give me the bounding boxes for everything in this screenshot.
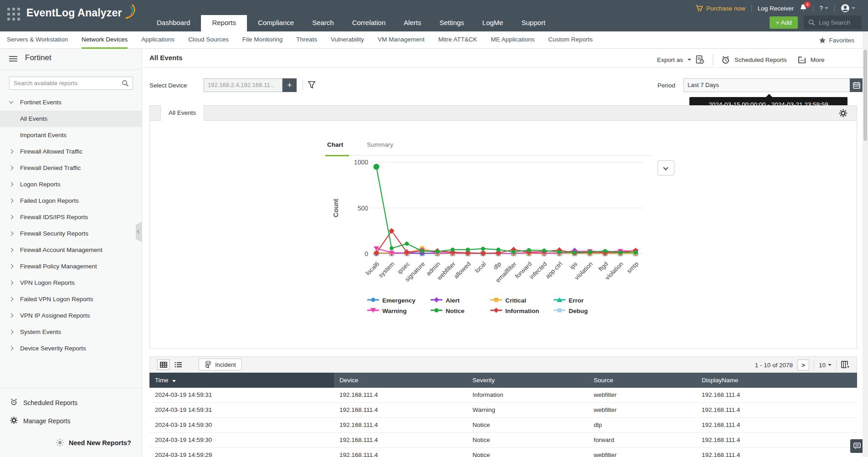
cell-severity: Notice xyxy=(467,418,588,432)
column-header-severity[interactable]: Severity xyxy=(467,373,588,388)
sidebar-item-system-events[interactable]: System Events xyxy=(0,324,142,340)
legend-item-information[interactable]: Information xyxy=(490,307,554,315)
legend-item-emergency[interactable]: Emergency xyxy=(367,297,431,305)
column-header-source[interactable]: Source xyxy=(588,373,696,388)
sidebar-item-fortinet-events[interactable]: Fortinet Events xyxy=(0,94,142,111)
favorites-button[interactable]: Favorites xyxy=(819,31,854,49)
table-row[interactable]: 2024-03-19 14:59:30192.168.111.4Noticefo… xyxy=(149,433,857,448)
subnav-item-cloud-sources[interactable]: Cloud Sources xyxy=(188,31,229,49)
chevron-left-icon xyxy=(137,230,141,233)
purchase-now-link[interactable]: Purchase now xyxy=(695,5,745,12)
need-new-reports-link[interactable]: Need New Reports? xyxy=(56,438,131,447)
sidebar-item-device-severity-reports[interactable]: Device Severity Reports xyxy=(0,340,142,357)
nav-item-search[interactable]: Search xyxy=(312,15,334,31)
nav-item-settings[interactable]: Settings xyxy=(439,15,464,31)
sidebar-item-firewall-ids-ips-reports[interactable]: Firewall IDS/IPS Reports xyxy=(0,209,142,226)
page-title: All Events xyxy=(149,54,183,62)
chat-feedback-button[interactable] xyxy=(850,439,864,453)
severity-line-chart[interactable]: 05001000Countlocal6systemipsecsignaturea… xyxy=(332,155,669,292)
sidebar-item-all-events[interactable]: All Events xyxy=(0,111,142,127)
nav-item-compliance[interactable]: Compliance xyxy=(258,15,294,31)
sidebar-footer-manage-reports[interactable]: Manage Reports xyxy=(0,412,142,430)
log-receiver-link[interactable]: Log Receiver xyxy=(758,5,794,12)
account-menu[interactable] xyxy=(841,4,855,13)
apps-grid-icon[interactable] xyxy=(7,8,21,21)
sidebar-item-logon-reports[interactable]: Logon Reports xyxy=(0,176,142,193)
scrollbar-thumb[interactable] xyxy=(863,50,867,141)
chevron-down-icon xyxy=(688,59,691,61)
page-size-dropdown[interactable]: 10 xyxy=(819,362,832,369)
grid-view-button[interactable] xyxy=(157,359,169,370)
list-view-button[interactable] xyxy=(172,359,184,370)
subnav-item-mitre-att-ck[interactable]: Mitre ATT&CK xyxy=(438,31,477,49)
tab-chart[interactable]: Chart xyxy=(327,141,343,153)
add-button[interactable]: + Add xyxy=(770,16,798,29)
nav-item-correlation[interactable]: Correlation xyxy=(352,15,385,31)
device-add-button[interactable]: + xyxy=(282,78,297,92)
legend-item-alert[interactable]: Alert xyxy=(431,297,490,305)
subnav-item-me-applications[interactable]: ME Applications xyxy=(491,31,534,49)
export-as-button[interactable]: Export as xyxy=(657,56,683,63)
filter-icon[interactable] xyxy=(308,81,315,89)
subnav-item-threats[interactable]: Threats xyxy=(296,31,317,49)
subnav-item-network-devices[interactable]: Network Devices xyxy=(82,31,128,49)
nav-item-reports[interactable]: Reports xyxy=(201,15,247,31)
scheduled-reports-button[interactable]: Scheduled Reports xyxy=(734,56,787,63)
nav-item-support[interactable]: Support xyxy=(521,15,545,31)
hamburger-menu-icon[interactable] xyxy=(9,56,17,62)
sidebar-collapse-handle[interactable] xyxy=(136,221,142,242)
sidebar-item-firewall-policy-management[interactable]: Firewall Policy Management xyxy=(0,258,142,275)
more-button[interactable]: More xyxy=(811,56,825,63)
sidebar-item-firewall-account-management[interactable]: Firewall Account Management xyxy=(0,242,142,258)
sidebar-item-vpn-ip-assigned-reports[interactable]: VPN IP Assigned Reports xyxy=(0,308,142,324)
column-header-time[interactable]: Time xyxy=(149,373,334,388)
legend-item-debug[interactable]: Debug xyxy=(554,307,588,315)
subnav-item-vm-management[interactable]: VM Management xyxy=(378,31,425,49)
report-tree: Fortinet EventsAll EventsImportant Event… xyxy=(0,94,142,357)
gear-icon[interactable] xyxy=(839,109,847,118)
next-page-button[interactable]: > xyxy=(797,359,809,370)
sidebar-item-firewall-allowed-traffic[interactable]: Firewall Allowed Traffic xyxy=(0,144,142,160)
subnav-item-custom-reports[interactable]: Custom Reports xyxy=(548,31,593,49)
help-menu[interactable]: ? xyxy=(819,5,828,12)
sidebar-item-firewall-security-reports[interactable]: Firewall Security Reports xyxy=(0,226,142,242)
legend-item-critical[interactable]: Critical xyxy=(490,297,554,305)
vertical-scrollbar[interactable] xyxy=(863,31,868,457)
add-column-icon[interactable] xyxy=(841,361,850,369)
subnav-item-servers-workstation[interactable]: Servers & Workstation xyxy=(7,31,68,49)
column-header-device[interactable]: Device xyxy=(334,373,467,388)
legend-item-error[interactable]: Error xyxy=(554,297,584,305)
legend-item-warning[interactable]: Warning xyxy=(367,307,431,315)
nav-item-logme[interactable]: LogMe xyxy=(483,15,503,31)
tab-all-events[interactable]: All Events xyxy=(160,105,204,121)
subnav-item-applications[interactable]: Applications xyxy=(141,31,175,49)
chevron-down-icon xyxy=(825,7,828,9)
notifications-bell-icon[interactable]: 5 xyxy=(800,4,807,13)
subnav-item-file-monitoring[interactable]: File Monitoring xyxy=(242,31,283,49)
tab-summary[interactable]: Summary xyxy=(367,141,393,153)
subnav-item-vulnerability[interactable]: Vulnerability xyxy=(331,31,364,49)
sidebar-item-failed-vpn-logon-reports[interactable]: Failed VPN Logon Reports xyxy=(0,291,142,308)
sidebar-item-vpn-logon-reports[interactable]: VPN Logon Reports xyxy=(0,275,142,291)
incident-button[interactable]: Incident xyxy=(199,359,242,370)
table-row[interactable]: 2024-03-19 14:59:31192.168.111.4Informat… xyxy=(149,388,857,403)
sidebar-item-failed-logon-reports[interactable]: Failed Logon Reports xyxy=(0,193,142,209)
log-search-input[interactable]: Log Search xyxy=(804,15,862,29)
report-search-input[interactable] xyxy=(9,77,133,90)
table-row[interactable]: 2024-03-19 14:59:29192.168.111.4Noticewe… xyxy=(149,448,857,457)
period-input[interactable]: Last 7 Days xyxy=(683,78,863,92)
sidebar-footer-scheduled-reports[interactable]: Scheduled Reports xyxy=(0,394,142,412)
sidebar-item-important-events[interactable]: Important Events xyxy=(0,127,142,144)
column-header-displayname[interactable]: DisplayName xyxy=(696,373,857,388)
product-logo[interactable]: EventLog Analyzer xyxy=(26,6,138,19)
sidebar-item-firewall-denied-traffic[interactable]: Firewall Denied Traffic xyxy=(0,160,142,176)
calendar-button[interactable] xyxy=(850,78,863,92)
legend-item-notice[interactable]: Notice xyxy=(431,307,490,315)
nav-item-dashboard[interactable]: Dashboard xyxy=(157,15,190,31)
device-filter-input[interactable]: 192.168.2.4,192.168.11... xyxy=(204,78,282,92)
table-row[interactable]: 2024-03-19 14:59:31192.168.111.4Warningw… xyxy=(149,403,857,418)
chevron-right-icon xyxy=(9,166,14,170)
nav-item-alerts[interactable]: Alerts xyxy=(404,15,421,31)
table-row[interactable]: 2024-03-19 14:59:30192.168.111.4Noticedl… xyxy=(149,418,857,433)
export-schedule-icon[interactable] xyxy=(696,55,704,64)
